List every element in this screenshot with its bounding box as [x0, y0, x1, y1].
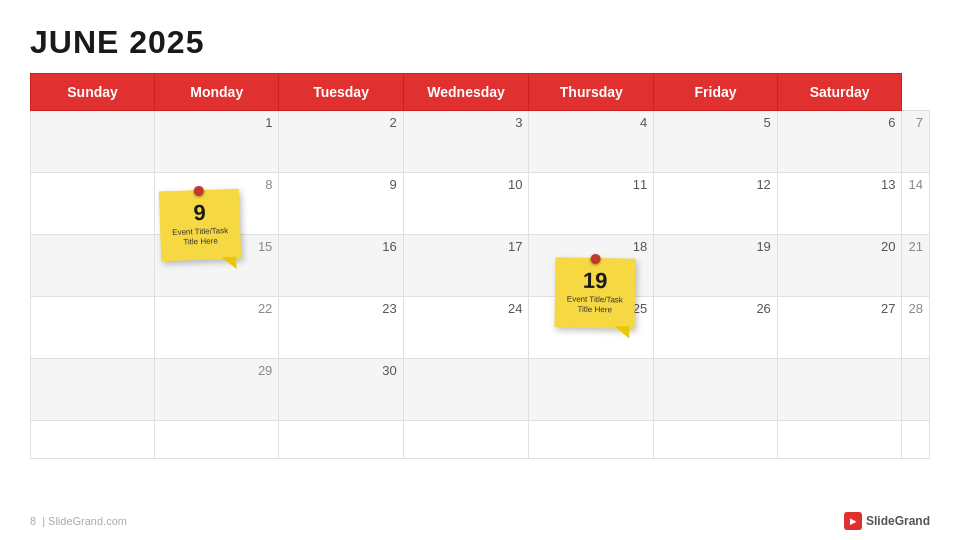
brand-icon: ▶	[844, 512, 862, 530]
sticky-note-content-1: 9 Event Title/Task Title Here	[159, 189, 241, 262]
note-tail-2	[614, 326, 629, 338]
cell-empty	[31, 235, 155, 297]
col-thursday: Thursday	[529, 74, 654, 111]
cell-26: 26	[654, 297, 778, 359]
cell-9: 9	[279, 173, 403, 235]
pin-icon-2	[591, 254, 601, 264]
pin-icon-1	[194, 186, 204, 196]
cell-27: 27	[777, 297, 902, 359]
table-row empty-row	[31, 421, 930, 459]
cell-2: 2	[279, 111, 403, 173]
cell-empty	[31, 297, 155, 359]
cell-28: 28	[902, 297, 930, 359]
month-title: JUNE 2025	[30, 24, 930, 61]
cell-13: 13	[777, 173, 902, 235]
cell-blank	[529, 421, 654, 459]
cell-14: 14	[902, 173, 930, 235]
cell-blank	[777, 421, 902, 459]
brand-label: ▶ SlideGrand	[844, 512, 930, 530]
cell-16: 16	[279, 235, 403, 297]
cell-blank	[155, 421, 279, 459]
note-tail-1	[221, 257, 236, 270]
cell-e3	[654, 359, 778, 421]
col-tuesday: Tuesday	[279, 74, 403, 111]
site-label: | SlideGrand.com	[42, 515, 127, 527]
col-monday: Monday	[155, 74, 279, 111]
cell-6: 6	[777, 111, 902, 173]
cell-10: 10	[403, 173, 529, 235]
cell-29: 29	[155, 359, 279, 421]
col-friday: Friday	[654, 74, 778, 111]
cell-5: 5	[654, 111, 778, 173]
cell-4: 4	[529, 111, 654, 173]
cell-20: 20	[777, 235, 902, 297]
col-wednesday: Wednesday	[403, 74, 529, 111]
col-saturday: Saturday	[777, 74, 902, 111]
cell-17: 17	[403, 235, 529, 297]
cell-11: 11	[529, 173, 654, 235]
cell-e2	[529, 359, 654, 421]
page-number: 8	[30, 515, 36, 527]
note-date-1: 9	[165, 201, 234, 225]
cell-30: 30	[279, 359, 403, 421]
note-text-2: Event Title/Task Title Here	[561, 294, 629, 316]
cell-19: 19	[654, 235, 778, 297]
table-row: 29 30	[31, 359, 930, 421]
footer: 8 | SlideGrand.com ▶ SlideGrand	[30, 512, 930, 530]
cell-e4	[777, 359, 902, 421]
calendar-table: Sunday Monday Tuesday Wednesday Thursday…	[30, 73, 930, 459]
note-date-2: 19	[561, 269, 629, 292]
cell-22: 22	[155, 297, 279, 359]
cell-empty	[31, 359, 155, 421]
cell-3: 3	[403, 111, 529, 173]
cell-blank	[279, 421, 403, 459]
cell-empty	[31, 111, 155, 173]
table-row: 1 2 3 4 5 6 7	[31, 111, 930, 173]
cell-7: 7	[902, 111, 930, 173]
cell-12: 12	[654, 173, 778, 235]
calendar-page: JUNE 2025 Sunday Monday Tuesday Wednesda…	[0, 0, 960, 540]
cell-e5	[902, 359, 930, 421]
table-row: 22 23 24 25 26 27 28	[31, 297, 930, 359]
cell-blank	[403, 421, 529, 459]
brand-name: SlideGrand	[866, 514, 930, 528]
cell-empty	[31, 173, 155, 235]
cell-24: 24	[403, 297, 529, 359]
cell-1: 1	[155, 111, 279, 173]
cell-23: 23	[279, 297, 403, 359]
cell-blank	[654, 421, 778, 459]
cell-e1	[403, 359, 529, 421]
col-sunday: Sunday	[31, 74, 155, 111]
footer-left: 8 | SlideGrand.com	[30, 515, 127, 527]
sticky-note-content-2: 19 Event Title/Task Title Here	[554, 257, 635, 328]
cell-blank	[902, 421, 930, 459]
cell-21: 21	[902, 235, 930, 297]
cell-empty	[31, 421, 155, 459]
note-text-1: Event Title/Task Title Here	[166, 226, 235, 249]
